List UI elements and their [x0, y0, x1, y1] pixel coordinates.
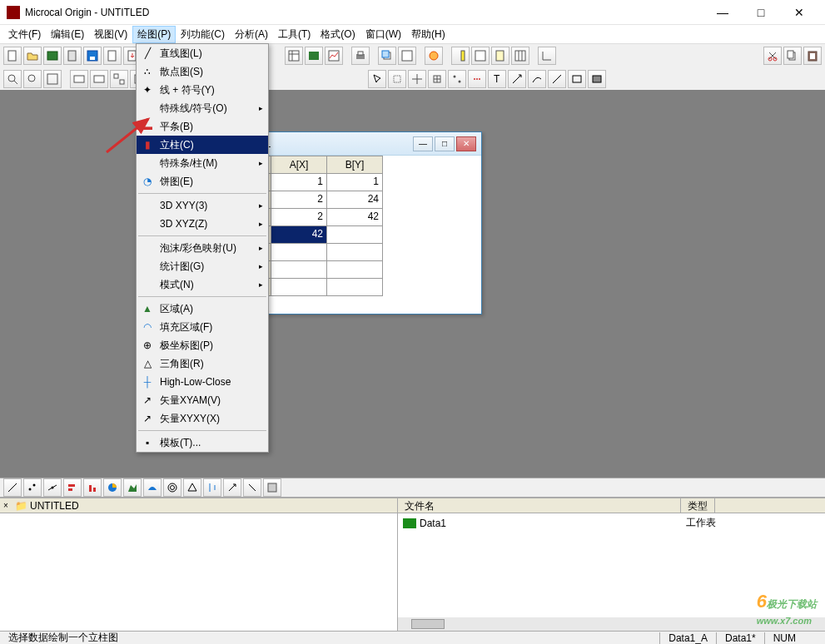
tool-screen-reader[interactable]	[428, 70, 446, 88]
pt-polar[interactable]	[163, 478, 181, 497]
dd-mode[interactable]: 模式(N)▸	[137, 275, 268, 294]
tool-rect[interactable]	[568, 70, 586, 88]
tool-more[interactable]	[588, 70, 606, 88]
pt-vector2[interactable]	[243, 478, 261, 497]
menu-help[interactable]: 帮助(H)	[406, 26, 450, 43]
project-tree[interactable]	[0, 513, 397, 631]
pt-bar[interactable]	[63, 478, 82, 497]
dd-line[interactable]: ╱直线图(L)	[137, 44, 268, 62]
pt-linesym[interactable]	[43, 478, 62, 497]
pt-line[interactable]	[3, 478, 22, 497]
child-minimize[interactable]: —	[413, 136, 433, 151]
tb-zoom-all[interactable]	[43, 70, 62, 88]
menu-edit[interactable]: 编辑(E)	[46, 26, 89, 43]
tb-save-template[interactable]	[103, 47, 122, 65]
dd-ternary[interactable]: △三角图(R)	[137, 354, 268, 373]
menu-analysis[interactable]: 分析(A)	[230, 26, 273, 43]
cell[interactable]	[326, 243, 383, 261]
tool-mask[interactable]	[468, 70, 486, 88]
tb-paste[interactable]	[803, 47, 822, 65]
tb-new[interactable]	[3, 47, 22, 65]
pt-template[interactable]	[263, 478, 281, 497]
cell[interactable]: 24	[326, 191, 383, 209]
tool-data-selector[interactable]	[448, 70, 466, 88]
cell[interactable]: 1	[271, 173, 327, 191]
col-type[interactable]: 类型	[681, 498, 715, 513]
pt-pie[interactable]	[103, 478, 122, 497]
menu-tools[interactable]: 工具(T)	[273, 26, 316, 43]
tool-line[interactable]	[548, 70, 566, 88]
tb-print[interactable]	[351, 47, 370, 65]
tool-text[interactable]: T	[488, 70, 506, 88]
minimize-button[interactable]: —	[703, 0, 742, 25]
child-close[interactable]: ✕	[456, 136, 476, 151]
tb-copy[interactable]	[783, 47, 802, 65]
tb-excel[interactable]	[305, 47, 323, 65]
dd-vxyxy[interactable]: ↗矢量XYXY(X)	[137, 409, 268, 428]
child-maximize[interactable]: □	[435, 136, 455, 151]
data-window[interactable]: ata1 — □ ✕ 1 2 3 4 5 6 7 A[X] B[Y] 11	[246, 131, 482, 315]
tb-open-excel[interactable]	[43, 47, 62, 65]
data-grid[interactable]: 1 2 3 4 5 6 7 A[X] B[Y] 11 224 242 42	[246, 156, 481, 296]
col-filename[interactable]: 文件名	[398, 498, 681, 513]
cell[interactable]: 2	[271, 191, 327, 209]
col-header-b[interactable]: B[Y]	[326, 156, 383, 174]
tb-save[interactable]	[83, 47, 102, 65]
menu-format[interactable]: 格式(O)	[316, 26, 360, 43]
menu-column[interactable]: 列功能(C)	[176, 26, 230, 43]
dd-stats[interactable]: 统计图(G)▸	[137, 257, 268, 275]
dd-bar[interactable]: ▬平条(B)	[137, 117, 268, 136]
tb-rescale[interactable]	[538, 47, 556, 65]
dd-column[interactable]: ▮立柱(C)	[137, 136, 268, 154]
dd-area[interactable]: ▲区域(A)	[137, 300, 268, 318]
tool-reader[interactable]	[408, 70, 426, 88]
tb-worksheet[interactable]	[285, 47, 303, 65]
panel-close[interactable]: ×	[3, 501, 15, 510]
project-root[interactable]: UNTITLED	[30, 500, 79, 512]
cell[interactable]	[326, 278, 383, 296]
cell[interactable]	[271, 243, 327, 261]
tb-refresh[interactable]	[398, 47, 416, 65]
tb-duplicate[interactable]	[378, 47, 396, 65]
cell[interactable]	[271, 278, 327, 296]
menu-view[interactable]: 视图(V)	[89, 26, 132, 43]
pt-ternary[interactable]	[183, 478, 201, 497]
tool-pointer[interactable]	[368, 70, 386, 88]
cell[interactable]: 1	[326, 173, 383, 191]
menu-window[interactable]: 窗口(W)	[360, 26, 406, 43]
dd-hlc[interactable]: ┼High-Low-Close	[137, 373, 268, 391]
menu-file[interactable]: 文件(F)	[3, 26, 46, 43]
tb-addlayout[interactable]	[471, 47, 490, 65]
tb-open-template[interactable]	[63, 47, 82, 65]
close-button[interactable]: ✕	[780, 0, 818, 25]
tool-arrow[interactable]	[508, 70, 526, 88]
pt-scatter[interactable]	[23, 478, 42, 497]
tb-results[interactable]	[425, 47, 443, 65]
menu-plot[interactable]: 绘图(P)	[132, 26, 176, 43]
tb-notes[interactable]	[491, 47, 509, 65]
pt-column[interactable]	[83, 478, 102, 497]
pt-fillarea[interactable]	[143, 478, 162, 497]
dd-3dxyy[interactable]: 3D XYY(3)▸	[137, 196, 268, 215]
tb-graph[interactable]	[325, 47, 343, 65]
data-window-titlebar[interactable]: ata1 — □ ✕	[246, 132, 481, 156]
dd-fillarea[interactable]: ◠填充区域(F)	[137, 318, 268, 336]
tb-layer2[interactable]	[90, 70, 108, 88]
tb-matrix[interactable]	[511, 47, 529, 65]
cell[interactable]	[326, 225, 383, 244]
tool-zoom[interactable]	[388, 70, 406, 88]
tb-addcol[interactable]	[451, 47, 470, 65]
dd-scatter[interactable]: ∴散点图(S)	[137, 62, 268, 81]
pt-area[interactable]	[123, 478, 142, 497]
cell[interactable]	[326, 260, 383, 279]
cell-selected[interactable]: 42	[271, 225, 327, 244]
dd-special-line[interactable]: 特殊线/符号(O)▸	[137, 99, 268, 117]
cell[interactable]: 2	[271, 208, 327, 226]
dd-linesymbol[interactable]: ✦线 + 符号(Y)	[137, 81, 268, 99]
dd-special-bar[interactable]: 特殊条/柱(M)▸	[137, 154, 268, 172]
dd-template[interactable]: ▪模板(T)...	[137, 433, 268, 452]
tb-zoomout[interactable]	[23, 70, 42, 88]
tb-extract[interactable]	[110, 70, 128, 88]
cell[interactable]: 42	[326, 208, 383, 226]
dd-polar[interactable]: ⊕极坐标图(P)	[137, 336, 268, 354]
